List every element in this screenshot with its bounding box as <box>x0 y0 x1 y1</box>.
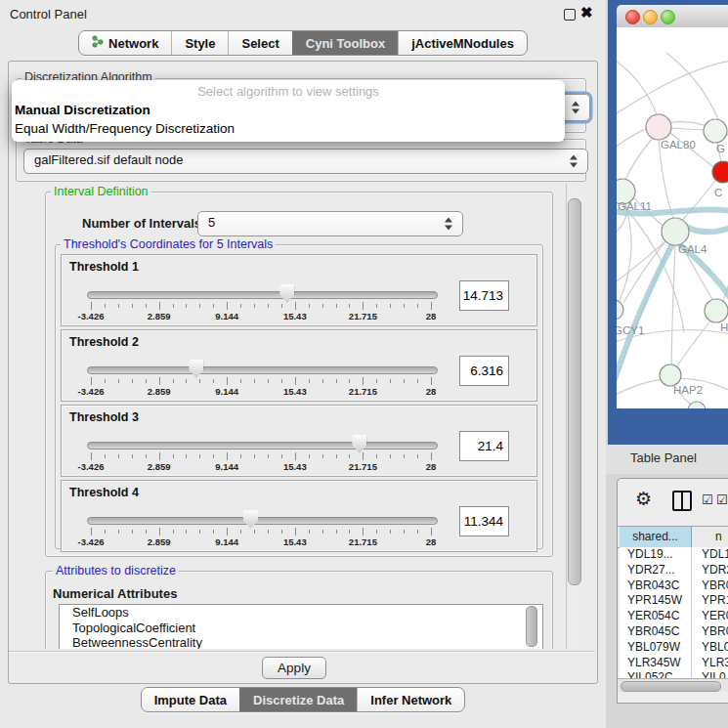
threshold-label: Threshold 2 <box>69 335 139 349</box>
table-row-ypr145w[interactable]: YPR145WYPR1 <box>620 593 728 609</box>
slider-tick <box>322 454 323 458</box>
network-node-c[interactable] <box>712 161 728 183</box>
threshold-value-field[interactable]: 11.344 <box>459 506 509 536</box>
threshold-value-field[interactable]: 21.4 <box>459 431 509 461</box>
dropdown-option-equal-width-frequency-discretization[interactable]: Equal Width/Frequency Discretization <box>12 119 565 138</box>
slider-tick <box>376 454 377 458</box>
vertical-scrollbar-thumb[interactable] <box>568 198 581 585</box>
network-window-titlebar[interactable] <box>617 5 728 28</box>
table-row-yer054c[interactable]: YER054CYER0 <box>620 609 728 624</box>
network-edge <box>681 181 715 222</box>
combo-stepper-icon[interactable] <box>570 155 578 168</box>
slider-handle[interactable] <box>243 510 258 529</box>
slider-tick <box>322 304 323 308</box>
network-node-gcy1[interactable] <box>617 300 623 320</box>
slider-tick-label: 21.715 <box>349 311 377 321</box>
slider-tick-label: 9.144 <box>215 386 238 397</box>
slider-tick-label: 9.144 <box>215 311 238 321</box>
network-edge <box>671 128 704 130</box>
slider-handle[interactable] <box>352 435 366 453</box>
network-edge <box>659 140 673 219</box>
table-row-ybr043c[interactable]: YBR043CYBR0 <box>620 578 728 594</box>
table-rows: YDL19...YDL1YDR27...YDR2YBR043CYBR0YPR14… <box>620 547 728 678</box>
threshold-value-field[interactable]: 6.316 <box>459 356 509 386</box>
float-window-icon[interactable] <box>564 9 576 21</box>
dropdown-items: Manual DiscretizationEqual Width/Frequen… <box>12 101 565 138</box>
table-data-combobox[interactable]: galFiltered.sif default node <box>23 149 588 174</box>
dropdown-option-manual-discretization[interactable]: Manual Discretization <box>12 101 565 119</box>
tab-select[interactable]: Select <box>228 31 291 55</box>
network-node-hap2[interactable] <box>660 364 681 386</box>
tab-label: Infer Network <box>370 693 451 707</box>
table-panel-window: ⚙ ☑ ☑ shared... n YDL19...YDL1YDR27...YD… <box>617 478 728 704</box>
table-panel-title: Table Panel <box>630 450 697 465</box>
network-node[interactable] <box>688 402 706 408</box>
slider-tick <box>186 530 187 534</box>
tab-label: Discretize Data <box>253 693 344 707</box>
zoom-green-icon[interactable] <box>661 10 675 24</box>
slider-tick <box>173 379 174 383</box>
checkbox-icon[interactable]: ☑ <box>716 492 728 507</box>
attribute-item-selfloops[interactable]: SelfLoops <box>60 605 542 621</box>
table-row-ydr27[interactable]: YDR27...YDR2 <box>620 563 728 578</box>
network-canvas[interactable]: GAL80GCGAL11GAL4GCY1HHAP2 <box>617 27 728 408</box>
tab-style[interactable]: Style <box>171 31 228 55</box>
top-tab-bar: NetworkStyleSelectCyni ToolboxjActiveMNo… <box>0 30 606 56</box>
network-node-gal80[interactable] <box>646 114 671 140</box>
slider-handle[interactable] <box>189 360 203 378</box>
network-node-g[interactable] <box>704 119 727 143</box>
slider-tick-label: 15.43 <box>283 311 307 321</box>
split-column-icon[interactable] <box>672 491 692 511</box>
network-node-h[interactable] <box>705 299 728 322</box>
table-row-ybl079w[interactable]: YBL079WYBL0 <box>620 640 728 656</box>
tab-jactivemnodules[interactable]: jActiveMNodules <box>398 31 527 55</box>
slider-tick-label: 21.715 <box>349 386 377 397</box>
table-row-yil052c[interactable]: YIL052CYIL0 <box>620 670 728 678</box>
slider-track[interactable] <box>87 442 438 450</box>
tab-network[interactable]: Network <box>79 31 171 55</box>
network-node-label: G <box>716 143 725 154</box>
tab-cyni-toolbox[interactable]: Cyni Toolbox <box>292 31 398 55</box>
network-node-gal4[interactable] <box>662 218 689 245</box>
column-header-name[interactable]: n <box>692 527 728 547</box>
table-row-ylr345w[interactable]: YLR345WYLR3 <box>620 656 728 671</box>
slider-tick-label: 21.715 <box>349 536 377 547</box>
column-header-shared-name[interactable]: shared... <box>620 527 692 547</box>
number-of-intervals-combobox[interactable]: 5 <box>197 211 463 236</box>
tab-infer-network[interactable]: Infer Network <box>357 688 464 711</box>
slider-tick <box>159 452 160 460</box>
slider-track[interactable] <box>87 517 438 525</box>
slider-tick <box>173 454 174 458</box>
slider-track[interactable] <box>87 366 438 374</box>
slider-tick <box>118 379 119 383</box>
tab-discretize-data[interactable]: Discretize Data <box>239 688 357 711</box>
attributes-list-scrollbar[interactable] <box>526 606 537 647</box>
slider-tick <box>146 454 147 458</box>
tab-impute-data[interactable]: Impute Data <box>142 688 239 711</box>
minimize-yellow-icon[interactable] <box>643 10 658 24</box>
threshold-label: Threshold 3 <box>69 410 139 424</box>
close-red-icon[interactable] <box>625 10 640 24</box>
table-row-ybr045c[interactable]: YBR045CYBR0 <box>620 624 728 640</box>
attribute-item-topologicalcoefficient[interactable]: TopologicalCoefficient <box>60 621 542 636</box>
slider-track[interactable] <box>87 291 438 299</box>
horizontal-scrollbar-track[interactable] <box>618 678 728 692</box>
slider-tick <box>431 377 432 385</box>
network-edge <box>671 245 675 364</box>
slider-tick-label: -3.426 <box>78 536 105 547</box>
cell-name: YPR1 <box>702 593 728 609</box>
checkbox-icon[interactable]: ☑ <box>702 492 713 507</box>
dropdown-hint: Select algorithm to view settings <box>12 83 565 101</box>
combo-stepper-icon[interactable] <box>572 102 580 114</box>
slider-tick <box>295 452 296 460</box>
horizontal-scrollbar-thumb[interactable] <box>621 681 721 692</box>
gear-icon[interactable]: ⚙ <box>635 489 652 510</box>
close-icon[interactable]: ✖ <box>580 4 593 21</box>
attribute-item-betweennesscentrality[interactable]: BetweennessCentrality <box>60 635 542 649</box>
combo-stepper-icon[interactable] <box>445 218 453 231</box>
threshold-value-field[interactable]: 14.713 <box>459 280 509 311</box>
slider-handle[interactable] <box>279 284 294 303</box>
slider-tick-label: 15.43 <box>283 461 307 472</box>
apply-button[interactable]: Apply <box>262 657 326 679</box>
table-row-ydl19[interactable]: YDL19...YDL1 <box>620 547 728 563</box>
